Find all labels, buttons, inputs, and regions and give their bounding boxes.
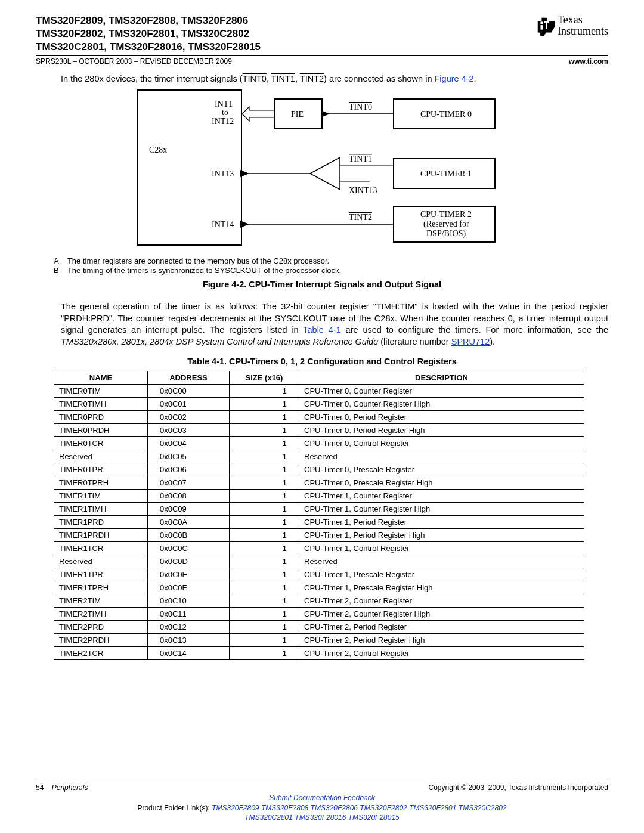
cell-addr: 0x0C02 bbox=[148, 410, 230, 423]
literature-link[interactable]: SPRU712 bbox=[451, 337, 490, 346]
cell-addr: 0x0C06 bbox=[148, 463, 230, 476]
cell-name: TIMER1TIM bbox=[54, 489, 148, 502]
doc-title-block: TMS320F2809, TMS320F2808, TMS320F2806 TM… bbox=[36, 14, 261, 54]
cell-desc: CPU-Timer 2, Period Register High bbox=[299, 633, 584, 646]
table-row: Reserved0x0C0D1Reserved bbox=[54, 555, 584, 568]
cell-size: 1 bbox=[230, 528, 299, 541]
cell-addr: 0x0C04 bbox=[148, 436, 230, 450]
table-caption: Table 4-1. CPU-Timers 0, 1, 2 Configurat… bbox=[36, 357, 608, 366]
cell-size: 1 bbox=[230, 646, 299, 659]
table-row: TIMER1TPR0x0C0E1CPU-Timer 1, Prescale Re… bbox=[54, 568, 584, 581]
table-row: TIMER0TIM0x0C001CPU-Timer 0, Counter Reg… bbox=[54, 384, 584, 397]
cell-desc: CPU-Timer 0, Counter Register High bbox=[299, 397, 584, 410]
cell-addr: 0x0C0C bbox=[148, 541, 230, 555]
cell-addr: 0x0C05 bbox=[148, 450, 230, 463]
cell-desc: CPU-Timer 1, Control Register bbox=[299, 541, 584, 555]
table-row: TIMER2TIM0x0C101CPU-Timer 2, Counter Reg… bbox=[54, 594, 584, 607]
ti-logo: Texas Instruments bbox=[535, 14, 608, 37]
cell-name: TIMER2PRDH bbox=[54, 633, 148, 646]
cell-addr: 0x0C10 bbox=[148, 594, 230, 607]
cell-desc: CPU-Timer 1, Prescale Register bbox=[299, 568, 584, 581]
diagram-ct0: CPU-TIMER 0 bbox=[420, 110, 472, 119]
note-a-text: The timer registers are connected to the… bbox=[67, 256, 329, 265]
cell-addr: 0x0C07 bbox=[148, 476, 230, 489]
diagram-ct2c: DSP/BIOS) bbox=[426, 229, 466, 239]
th-desc: DESCRIPTION bbox=[299, 371, 584, 384]
cell-name: TIMER2TIM bbox=[54, 594, 148, 607]
diagram-tint0: TINT0 bbox=[349, 103, 372, 112]
cell-size: 1 bbox=[230, 594, 299, 607]
doc-meta-row: SPRS230L – OCTOBER 2003 – REVISED DECEMB… bbox=[36, 57, 608, 66]
table-row: TIMER0TIMH0x0C011CPU-Timer 0, Counter Re… bbox=[54, 397, 584, 410]
cell-name: TIMER0PRD bbox=[54, 410, 148, 423]
product-folder-link[interactable]: TMS320F28015 bbox=[348, 813, 400, 822]
table-row: TIMER0TCR0x0C041CPU-Timer 0, Control Reg… bbox=[54, 436, 584, 450]
cell-size: 1 bbox=[230, 581, 299, 594]
note-a-label: A. bbox=[54, 256, 61, 265]
product-folder-link[interactable]: TMS320C2802 bbox=[459, 804, 507, 812]
cell-addr: 0x0C01 bbox=[148, 397, 230, 410]
product-folder-link[interactable]: TMS320F2808 bbox=[261, 804, 308, 812]
diagram-c28x: C28x bbox=[149, 145, 167, 154]
intro-post: ) are connected as shown in bbox=[324, 74, 434, 83]
cell-name: TIMER1TPR bbox=[54, 568, 148, 581]
figure-notes: A. The timer registers are connected to … bbox=[54, 256, 608, 275]
cell-name: TIMER2PRD bbox=[54, 620, 148, 633]
table-row: TIMER2PRD0x0C121CPU-Timer 2, Period Regi… bbox=[54, 620, 584, 633]
product-folder-link[interactable]: TMS320F28016 bbox=[295, 813, 346, 822]
cell-addr: 0x0C14 bbox=[148, 646, 230, 659]
product-folder-link[interactable]: TMS320C2801 bbox=[244, 813, 293, 822]
table-row: TIMER0TPRH0x0C071CPU-Timer 0, Prescale R… bbox=[54, 476, 584, 489]
product-folder-link[interactable]: TMS320F2809 bbox=[212, 804, 259, 812]
diagram-int13: INT13 bbox=[212, 169, 234, 178]
cell-name: Reserved bbox=[54, 555, 148, 568]
cell-size: 1 bbox=[230, 620, 299, 633]
figure-ref-link[interactable]: Figure 4-2 bbox=[434, 74, 473, 83]
table-row: TIMER0PRDH0x0C031CPU-Timer 0, Period Reg… bbox=[54, 423, 584, 436]
cell-desc: CPU-Timer 2, Counter Register bbox=[299, 594, 584, 607]
cell-size: 1 bbox=[230, 463, 299, 476]
cell-addr: 0x0C08 bbox=[148, 489, 230, 502]
cell-addr: 0x0C09 bbox=[148, 502, 230, 515]
diagram-int14: INT14 bbox=[212, 220, 234, 229]
doc-title-line3: TMS320C2801, TMS320F28016, TMS320F28015 bbox=[36, 41, 261, 54]
cell-name: Reserved bbox=[54, 450, 148, 463]
cell-size: 1 bbox=[230, 489, 299, 502]
cell-desc: CPU-Timer 0, Prescale Register bbox=[299, 463, 584, 476]
signal-tint2: TINT2 bbox=[300, 74, 324, 83]
table-row: TIMER1TCR0x0C0C1CPU-Timer 1, Control Reg… bbox=[54, 541, 584, 555]
cell-size: 1 bbox=[230, 423, 299, 436]
table-row: TIMER2TIMH0x0C111CPU-Timer 2, Counter Re… bbox=[54, 607, 584, 620]
product-folder-link[interactable]: TMS320F2802 bbox=[360, 804, 407, 812]
svg-rect-3 bbox=[541, 25, 543, 30]
doc-ref: SPRS230L – OCTOBER 2003 – REVISED DECEMB… bbox=[36, 57, 232, 66]
cell-name: TIMER0PRDH bbox=[54, 423, 148, 436]
doc-title-line2: TMS320F2802, TMS320F2801, TMS320C2802 bbox=[36, 27, 261, 41]
page-header: TMS320F2809, TMS320F2808, TMS320F2806 TM… bbox=[36, 14, 608, 56]
table-ref-link[interactable]: Table 4-1 bbox=[303, 325, 340, 335]
product-folder-link[interactable]: TMS320F2801 bbox=[409, 804, 456, 812]
doc-title-line1: TMS320F2809, TMS320F2808, TMS320F2806 bbox=[36, 14, 261, 27]
body-paragraph: The general operation of the timer is as… bbox=[61, 301, 608, 348]
doc-url: www.ti.com bbox=[569, 57, 608, 66]
page-footer: 54 Peripherals Copyright © 2003–2009, Te… bbox=[36, 781, 608, 822]
table-row: TIMER2TCR0x0C141CPU-Timer 2, Control Reg… bbox=[54, 646, 584, 659]
cell-desc: CPU-Timer 2, Counter Register High bbox=[299, 607, 584, 620]
th-name: NAME bbox=[54, 371, 148, 384]
logo-block: Texas Instruments bbox=[535, 14, 608, 38]
svg-rect-2 bbox=[541, 21, 543, 24]
table-row: Reserved0x0C051Reserved bbox=[54, 450, 584, 463]
block-diagram: C28x PIE CPU-TIMER 0 CPU-TIMER 1 CPU-TIM… bbox=[36, 87, 608, 253]
table-row: TIMER1PRD0x0C0A1CPU-Timer 1, Period Regi… bbox=[54, 515, 584, 528]
diagram-pie: PIE bbox=[291, 110, 304, 119]
product-folder-link[interactable]: TMS320F2806 bbox=[311, 804, 358, 812]
cell-size: 1 bbox=[230, 410, 299, 423]
registers-table: NAME ADDRESS SIZE (x16) DESCRIPTION TIME… bbox=[54, 371, 584, 660]
cell-desc: CPU-Timer 2, Control Register bbox=[299, 646, 584, 659]
submit-feedback-link[interactable]: Submit Documentation Feedback bbox=[269, 794, 374, 802]
section-name: Peripherals bbox=[52, 784, 88, 792]
cell-addr: 0x0C0F bbox=[148, 581, 230, 594]
diagram-ct1: CPU-TIMER 1 bbox=[420, 169, 472, 178]
cell-desc: CPU-Timer 0, Period Register High bbox=[299, 423, 584, 436]
cell-name: TIMER1TIMH bbox=[54, 502, 148, 515]
